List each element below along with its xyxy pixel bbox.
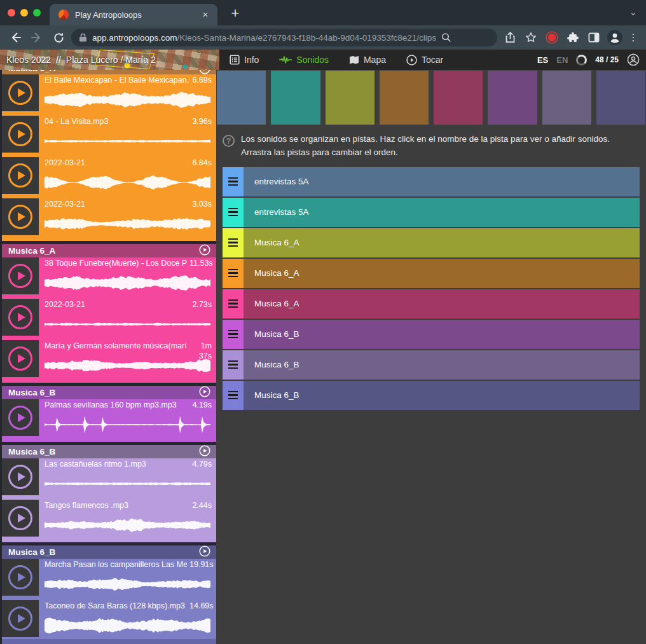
- clip[interactable]: 2022-03-213.03s: [2, 198, 216, 236]
- track-color-swatch[interactable]: [380, 71, 429, 125]
- side-panel-button[interactable]: [585, 29, 603, 46]
- track-color-swatch[interactable]: [326, 71, 375, 125]
- clip-play-button[interactable]: [2, 198, 39, 235]
- track-row[interactable]: Musica 6_B: [223, 350, 640, 380]
- address-bar[interactable]: app.antropoloops.com/Kleos-Santa-Marina/…: [71, 29, 497, 46]
- window-minimize-icon[interactable]: [20, 9, 28, 17]
- section-play-button[interactable]: [199, 545, 210, 559]
- new-tab-button[interactable]: +: [226, 5, 244, 23]
- map-thumbnail[interactable]: Kleos 2022 // Plaza Lucero / María 2: [0, 50, 219, 70]
- extensions-button[interactable]: [564, 29, 582, 46]
- clip-play-button[interactable]: [2, 257, 39, 294]
- track-color-swatch[interactable]: [488, 71, 537, 125]
- track-section-header[interactable]: Musica 6_A: [2, 70, 216, 74]
- track-drag-handle[interactable]: [223, 167, 244, 196]
- tab-close-icon[interactable]: ×: [200, 9, 211, 20]
- section-play-button[interactable]: [199, 244, 210, 258]
- tab-tocar[interactable]: Tocar: [406, 55, 443, 65]
- account-icon[interactable]: [627, 53, 640, 66]
- track-name-button[interactable]: Musica 6_A: [244, 289, 640, 319]
- tab-search-chevron-icon[interactable]: ⌄: [629, 6, 637, 18]
- track-name-button[interactable]: Musica 6_B: [244, 320, 640, 349]
- track-color-swatch[interactable]: [271, 71, 320, 125]
- track-section-header[interactable]: Musica 6_B: [2, 545, 216, 559]
- clip[interactable]: 2022-03-216.84s: [2, 157, 216, 195]
- reload-button[interactable]: [50, 29, 67, 46]
- lang-es[interactable]: ES: [537, 55, 548, 65]
- share-button[interactable]: [501, 29, 519, 46]
- track-section-header[interactable]: Musica 6_A: [2, 244, 216, 257]
- clip-play-button[interactable]: [2, 500, 39, 537]
- clip[interactable]: Taconeo de Sara Baras (128 kbps).mp314.6…: [2, 600, 216, 638]
- track-row[interactable]: entrevistas 5A: [223, 167, 640, 196]
- zoom-icon[interactable]: [441, 32, 451, 43]
- track-drag-handle[interactable]: [223, 289, 244, 319]
- track-color-swatch[interactable]: [217, 71, 266, 125]
- window-zoom-icon[interactable]: [33, 9, 41, 17]
- lang-en[interactable]: EN: [556, 55, 568, 65]
- profile-button[interactable]: [606, 29, 624, 46]
- clip-title: Las castañuelas ritmo 1.mp3: [45, 460, 189, 469]
- clip-play-button[interactable]: [2, 399, 39, 436]
- track-color-swatch[interactable]: [434, 71, 483, 125]
- clip-play-button[interactable]: [2, 157, 39, 194]
- window-close-icon[interactable]: [8, 9, 15, 17]
- track-row[interactable]: Musica 6_A: [223, 228, 640, 257]
- section-play-button[interactable]: [199, 70, 210, 74]
- track-name-button[interactable]: Musica 6_A: [244, 259, 640, 288]
- browser-tab[interactable]: Play Antropoloops ×: [50, 4, 217, 25]
- track-color-swatch[interactable]: [542, 71, 591, 125]
- clip-play-button[interactable]: [2, 600, 39, 637]
- clip[interactable]: El Baile Mexicapan - El Baile Mexicapan.…: [2, 74, 216, 113]
- track-name-button[interactable]: entrevistas 5A: [244, 198, 640, 227]
- track-drag-handle[interactable]: [223, 259, 244, 288]
- clip[interactable]: Las castañuelas ritmo 1.mp34.79s: [2, 458, 216, 497]
- track-row[interactable]: Musica 6_A: [223, 259, 640, 288]
- drag-handle-icon: [228, 360, 238, 369]
- side-panel-icon: [588, 32, 600, 43]
- clip[interactable]: 2022-03-212.73s: [2, 299, 216, 337]
- clip-play-button[interactable]: [2, 299, 39, 336]
- track-row[interactable]: Musica 6_A: [223, 289, 640, 319]
- section-play-button[interactable]: [199, 386, 210, 400]
- clip-play-button[interactable]: [2, 340, 39, 377]
- track-name-button[interactable]: Musica 6_B: [244, 381, 640, 410]
- track-drag-handle[interactable]: [223, 350, 244, 380]
- back-button[interactable]: [6, 29, 24, 46]
- track-drag-handle[interactable]: [223, 381, 244, 410]
- clip-play-button[interactable]: [2, 458, 39, 495]
- clip[interactable]: Palmas sevillanas 160 bpm mp3.mp34.19s: [2, 399, 216, 437]
- bookmark-button[interactable]: [522, 29, 540, 46]
- clip[interactable]: 38 Toque Funebre(Muerte) - Los Doce Par.…: [2, 257, 216, 296]
- track-name-button[interactable]: entrevistas 5A: [244, 167, 640, 196]
- track-section-header[interactable]: Musica 6_B: [2, 386, 216, 399]
- track-row[interactable]: Musica 6_B: [223, 381, 640, 410]
- track-drag-handle[interactable]: [223, 228, 244, 257]
- track-list: entrevistas 5Aentrevistas 5AMusica 6_AMu…: [216, 166, 646, 410]
- clip-waveform: [45, 273, 212, 292]
- clip[interactable]: 04 - La Visita.mp33.96s: [2, 116, 216, 154]
- section-play-button[interactable]: [199, 445, 210, 459]
- browser-menu-button[interactable]: ⋮: [627, 29, 640, 46]
- clip[interactable]: María y Germán solamente música(maría 2.…: [2, 340, 216, 378]
- clip[interactable]: Marcha Pasan los campanilleros Las Mejor…: [2, 559, 216, 597]
- track-color-swatch[interactable]: [596, 71, 645, 125]
- track-drag-handle[interactable]: [223, 198, 244, 227]
- tab-info[interactable]: Info: [230, 55, 259, 65]
- clip-play-button[interactable]: [2, 74, 39, 111]
- breadcrumb-project[interactable]: Kleos 2022: [6, 55, 51, 65]
- recording-indicator[interactable]: [543, 29, 561, 46]
- forward-button[interactable]: [28, 29, 46, 46]
- track-name-button[interactable]: Musica 6_B: [244, 350, 640, 380]
- track-name-button[interactable]: Musica 6_A: [244, 228, 640, 257]
- track-row[interactable]: Musica 6_B: [223, 320, 640, 349]
- clip[interactable]: Tangos flamencos .mp32.44s: [2, 500, 216, 538]
- clip-play-button[interactable]: [2, 116, 39, 153]
- tab-mapa[interactable]: Mapa: [349, 55, 386, 65]
- track-row[interactable]: entrevistas 5A: [223, 198, 640, 227]
- track-section-header[interactable]: Musica 6_B: [2, 445, 216, 458]
- tab-sonidos[interactable]: Sonidos: [279, 55, 329, 65]
- clip-play-button[interactable]: [2, 559, 39, 596]
- track-drag-handle[interactable]: [223, 320, 244, 349]
- play-ring-icon: [8, 163, 32, 188]
